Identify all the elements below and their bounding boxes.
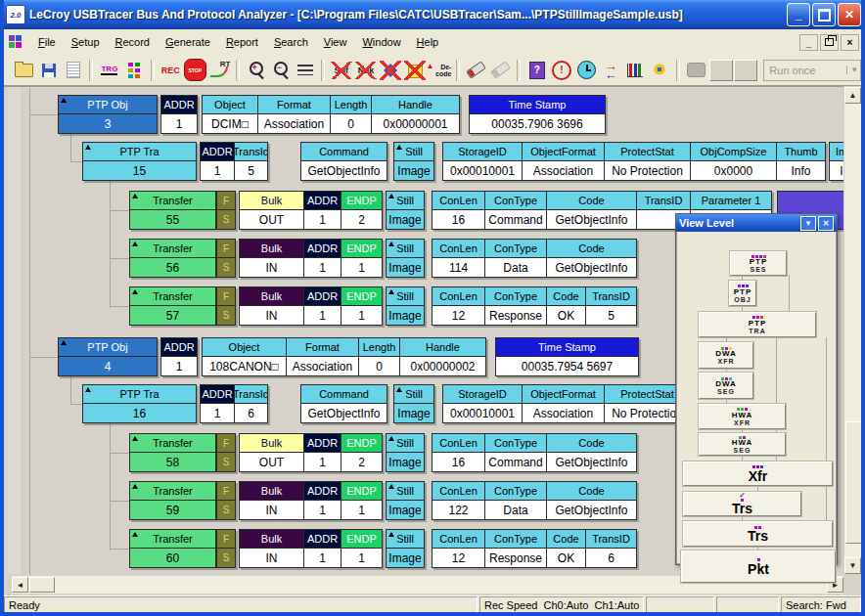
trace-cell[interactable]: ADDR1 xyxy=(201,385,234,422)
trace-cell[interactable]: BulkIN xyxy=(240,240,303,277)
view-level-xfr-button[interactable]: Xfr xyxy=(683,462,833,486)
trace-cell[interactable]: TransId5 xyxy=(234,143,267,180)
zoom-in-button[interactable]: + xyxy=(244,58,268,83)
trace-box[interactable]: FS xyxy=(216,529,236,568)
view-level-title-bar[interactable]: View Level ▼ ✕ xyxy=(676,214,837,232)
trace-box[interactable]: PTP Obj3 xyxy=(58,95,158,134)
find-button[interactable] xyxy=(464,58,488,83)
trace-cell[interactable]: ENDP1 xyxy=(341,240,382,277)
trace-cell[interactable]: PTP Obj4 xyxy=(59,338,157,375)
trace-box[interactable]: ADDR1 xyxy=(160,95,198,134)
bus-utilization-button[interactable] xyxy=(623,58,648,83)
trace-box[interactable]: StorageID0x00010001ObjectFormatAssociati… xyxy=(442,142,826,181)
menu-window[interactable]: Window xyxy=(354,33,408,51)
trace-box[interactable]: Transfer55 xyxy=(129,191,216,230)
trace-box[interactable]: Time Stamp00035.7954 5697 xyxy=(495,337,639,376)
trace-cell[interactable]: CodeGetObjectInfo xyxy=(546,482,636,519)
realtime-stats-button[interactable]: RT xyxy=(207,58,232,83)
trace-cell[interactable]: Time Stamp00035.7906 3696 xyxy=(470,96,605,133)
decode-button[interactable]: De-code xyxy=(428,58,452,83)
trace-cell[interactable]: Handle0x00000001 xyxy=(371,96,459,133)
trace-cell[interactable]: FS xyxy=(217,192,235,229)
close-button[interactable]: ✕ xyxy=(838,3,861,26)
trace-box[interactable]: CommandGetObjectInfo xyxy=(300,142,387,181)
timing-calculator-button[interactable] xyxy=(573,58,598,83)
menu-report[interactable]: Report xyxy=(218,33,266,51)
trace-cell[interactable]: BulkIN xyxy=(240,482,303,519)
trace-cell[interactable]: BulkIN xyxy=(240,287,303,325)
trace-box[interactable]: FS xyxy=(216,286,236,326)
view-level-dwa-xfr-button[interactable]: DWAXFR xyxy=(699,342,753,369)
trace-cell[interactable]: ADDR1 xyxy=(161,338,197,375)
open-file-button[interactable] xyxy=(12,58,36,83)
view-level-trs-button[interactable]: ✓Trs xyxy=(683,492,801,516)
trace-box[interactable]: ConLen114ConTypeDataCodeGetObjectInfo xyxy=(432,239,637,278)
collapse-arrow-icon[interactable] xyxy=(61,98,67,103)
mdi-minimize-button[interactable]: _ xyxy=(799,34,818,51)
edit-comment-button[interactable] xyxy=(61,58,85,83)
navigator-button[interactable] xyxy=(648,58,672,83)
trace-cell[interactable]: ObjectFormatAssociation xyxy=(522,385,604,422)
trace-cell[interactable]: Handle0x00000002 xyxy=(399,338,485,375)
hide-devices-button[interactable] xyxy=(379,58,403,83)
trace-box[interactable]: ADDR1TransId5 xyxy=(200,142,268,181)
collapse-arrow-icon[interactable] xyxy=(388,436,394,441)
mdi-close-button[interactable]: × xyxy=(841,34,859,51)
trace-cell[interactable]: FormatAssociation xyxy=(286,338,358,375)
maximize-button[interactable] xyxy=(812,3,836,26)
trace-cell[interactable]: Transfer57 xyxy=(130,287,215,325)
trace-cell[interactable]: CodeOK xyxy=(546,530,585,567)
collapse-arrow-icon[interactable] xyxy=(61,340,67,345)
trace-cell[interactable]: PTP Tra16 xyxy=(83,385,196,422)
trace-cell[interactable]: ADDR1 xyxy=(303,287,341,325)
trace-cell[interactable]: ConTypeResponse xyxy=(484,287,546,325)
collapse-arrow-icon[interactable] xyxy=(388,484,394,489)
trace-cell[interactable]: ADDR1 xyxy=(303,530,341,567)
view-level-dwa-seg-button[interactable]: DWASEG xyxy=(699,373,753,399)
vertical-scrollbar[interactable]: ▲ ▼ xyxy=(843,86,862,575)
hide-upstream-button[interactable] xyxy=(403,58,428,83)
menu-file[interactable]: File xyxy=(30,33,64,51)
menu-setup[interactable]: Setup xyxy=(64,33,108,51)
collapse-arrow-icon[interactable] xyxy=(132,194,138,198)
trace-box[interactable]: Transfer57 xyxy=(129,286,216,326)
trace-box[interactable]: BulkOUTADDR1ENDP2 xyxy=(239,191,383,230)
display-options-button[interactable]: ? xyxy=(524,58,549,83)
trace-cell[interactable]: ConTypeCommand xyxy=(484,192,546,229)
trace-cell[interactable]: Transfer55 xyxy=(130,192,215,229)
trace-box[interactable]: StillImage xyxy=(386,191,425,230)
menu-search[interactable]: Search xyxy=(266,33,316,51)
trace-cell[interactable]: FS xyxy=(217,434,235,471)
trace-cell[interactable]: ConTypeData xyxy=(484,482,546,519)
trace-cell[interactable]: ConLen16 xyxy=(432,434,484,471)
horizontal-scroll-thumb[interactable] xyxy=(29,577,55,593)
trace-cell[interactable]: StorageID0x00010001 xyxy=(443,143,522,180)
trace-box[interactable]: ConLen16ConTypeCommandCodeGetObjectInfo xyxy=(432,433,637,472)
vertical-scroll-thumb[interactable] xyxy=(845,421,862,544)
trace-cell[interactable]: FS xyxy=(217,287,235,325)
trace-box[interactable]: PTP Obj4 xyxy=(58,337,158,376)
trace-box[interactable]: StillImage xyxy=(393,142,434,181)
trace-cell[interactable]: FS xyxy=(217,240,235,277)
trace-cell[interactable]: ENDP2 xyxy=(341,192,382,229)
recording-options-button[interactable] xyxy=(122,58,147,83)
trace-box[interactable]: ConLen12ConTypeResponseCodeOKTransID6 xyxy=(432,529,637,568)
scroll-down-button[interactable]: ▼ xyxy=(844,557,861,574)
trace-box[interactable]: ConLen122ConTypeDataCodeGetObjectInfo xyxy=(432,481,637,520)
trace-cell[interactable]: ADDR1 xyxy=(303,192,341,229)
trace-box[interactable]: StillImage xyxy=(386,286,425,326)
trace-cell[interactable]: ENDP1 xyxy=(341,530,382,567)
view-level-ptp-ses-button[interactable]: PTPSES xyxy=(730,251,787,276)
trace-box[interactable]: Transfer56 xyxy=(129,239,216,278)
mdi-restore-button[interactable] xyxy=(820,34,839,51)
collapse-arrow-icon[interactable] xyxy=(388,289,394,294)
save-button[interactable] xyxy=(36,58,61,83)
trace-cell[interactable]: CodeGetObjectInfo xyxy=(546,240,636,277)
trace-cell[interactable]: Transfer60 xyxy=(130,530,215,567)
trace-cell[interactable]: BulkOUT xyxy=(240,434,303,471)
trace-cell[interactable]: CodeOK xyxy=(546,287,585,325)
trace-box[interactable]: ConLen12ConTypeResponseCodeOKTransID5 xyxy=(432,286,637,326)
trace-box[interactable]: ADDR1TransId6 xyxy=(200,384,268,423)
trace-cell[interactable]: ADDR1 xyxy=(303,482,341,519)
trace-cell[interactable]: ADDR1 xyxy=(161,96,197,133)
